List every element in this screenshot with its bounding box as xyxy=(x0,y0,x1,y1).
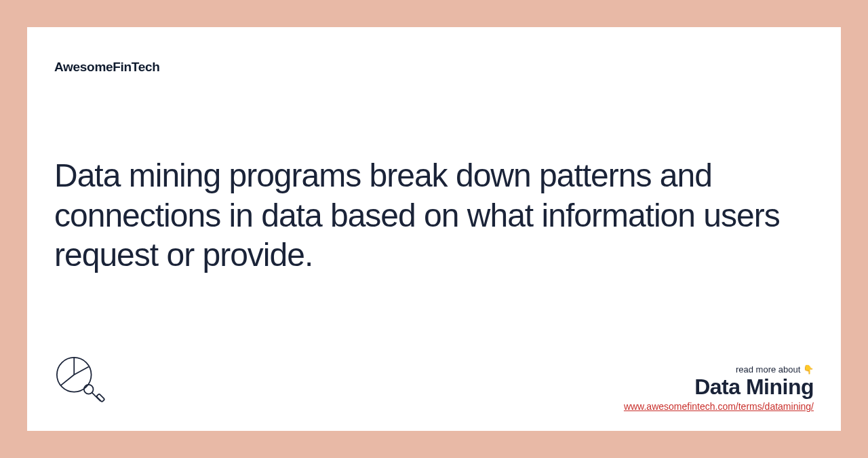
brand-name: AwesomeFinTech xyxy=(54,60,814,75)
svg-line-2 xyxy=(61,375,75,385)
svg-line-3 xyxy=(74,367,88,375)
svg-point-4 xyxy=(84,385,94,394)
pie-chart-magnifier-icon xyxy=(54,355,107,411)
article-url[interactable]: www.awesomefintech.com/terms/datamining/ xyxy=(624,401,814,412)
description-text: Data mining programs break down patterns… xyxy=(54,156,814,275)
footer: read more about 👇 Data Mining www.awesom… xyxy=(54,355,814,412)
content-card: AwesomeFinTech Data mining programs brea… xyxy=(27,27,841,431)
topic-title: Data Mining xyxy=(624,375,814,400)
read-more-label: read more about 👇 xyxy=(624,364,814,375)
svg-rect-6 xyxy=(96,394,104,402)
read-more-block: read more about 👇 Data Mining www.awesom… xyxy=(624,364,814,412)
